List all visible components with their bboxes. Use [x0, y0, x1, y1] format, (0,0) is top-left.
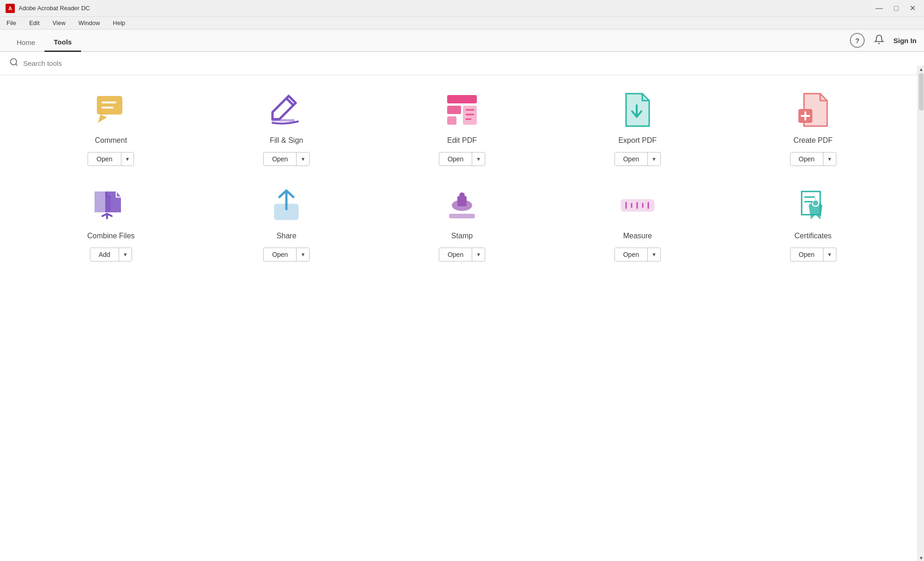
tool-card-share: Share Open ▼ [203, 185, 370, 261]
svg-rect-9 [447, 116, 456, 125]
tool-name: Certificates [795, 232, 832, 240]
tool-dropdown-button[interactable]: ▼ [823, 153, 836, 166]
tool-card-combine-files: Combine Files Add ▼ [28, 185, 194, 261]
tool-open-button[interactable]: Open [791, 248, 823, 261]
svg-line-1 [16, 64, 18, 66]
tool-open-button[interactable]: Open [264, 248, 297, 261]
search-icon [9, 57, 19, 69]
app-title: Adobe Acrobat Reader DC [19, 5, 90, 12]
tool-card-edit-pdf: Edit PDF Open ▼ [379, 89, 545, 166]
search-input[interactable] [23, 59, 915, 67]
menu-view[interactable]: View [50, 19, 68, 27]
tool-icon-certificates [792, 185, 834, 226]
tool-dropdown-button[interactable]: ▼ [297, 153, 309, 166]
tool-dropdown-button[interactable]: ▼ [119, 248, 132, 261]
tool-btn-wrap: Open ▼ [263, 248, 310, 261]
scroll-up-arrow[interactable]: ▲ [918, 66, 924, 72]
tool-icon-edit-pdf [441, 89, 483, 131]
tool-name: Stamp [451, 232, 473, 240]
sign-in-button[interactable]: Sign In [893, 37, 917, 45]
menu-window[interactable]: Window [76, 19, 102, 27]
tool-icon-fill-&-sign [266, 89, 307, 131]
svg-rect-8 [447, 106, 461, 114]
tab-actions: ? Sign In [850, 33, 917, 48]
tool-icon-export-pdf [617, 89, 658, 131]
tool-btn-wrap: Open ▼ [88, 152, 134, 166]
close-button[interactable]: ✕ [907, 3, 918, 13]
tool-btn-wrap: Open ▼ [614, 152, 661, 166]
tools-grid: Comment Open ▼ Fill & Sign Open ▼ [28, 89, 896, 261]
tab-home[interactable]: Home [7, 33, 44, 52]
tool-open-button[interactable]: Open [439, 248, 472, 261]
tool-open-button[interactable]: Open [439, 153, 472, 166]
menu-help[interactable]: Help [110, 19, 128, 27]
help-button[interactable]: ? [850, 33, 865, 48]
tool-name: Share [277, 232, 297, 240]
tool-dropdown-button[interactable]: ▼ [648, 248, 660, 261]
tool-open-button[interactable]: Open [615, 248, 648, 261]
tool-dropdown-button[interactable]: ▼ [472, 153, 485, 166]
svg-rect-7 [447, 95, 477, 103]
tool-name: Edit PDF [447, 136, 477, 145]
tool-dropdown-button[interactable]: ▼ [472, 248, 485, 261]
tool-card-export-pdf: Export PDF Open ▼ [554, 89, 721, 166]
tabs: Home Tools [7, 30, 81, 51]
tool-card-measure: Measure Open ▼ [554, 185, 721, 261]
title-bar: A Adobe Acrobat Reader DC — □ ✕ [0, 0, 924, 17]
tool-icon-stamp [441, 185, 483, 226]
tool-dropdown-button[interactable]: ▼ [648, 153, 660, 166]
tool-btn-wrap: Open ▼ [439, 152, 485, 166]
tool-name: Comment [95, 136, 127, 145]
tool-name: Combine Files [87, 232, 134, 240]
search-bar [0, 52, 924, 75]
adobe-logo: A [6, 4, 15, 13]
tool-open-button[interactable]: Open [791, 153, 823, 166]
tab-bar: Home Tools ? Sign In [0, 30, 924, 52]
menu-edit[interactable]: Edit [26, 19, 42, 27]
scroll-down-arrow[interactable]: ▼ [918, 555, 924, 561]
tool-card-fill-&-sign: Fill & Sign Open ▼ [203, 89, 370, 166]
tool-btn-wrap: Open ▼ [614, 248, 661, 261]
tool-open-button[interactable]: Add [90, 248, 119, 261]
notification-button[interactable] [874, 34, 884, 47]
tool-name: Export PDF [618, 136, 657, 145]
svg-point-0 [11, 59, 17, 65]
tool-name: Fill & Sign [270, 136, 303, 145]
tool-btn-wrap: Open ▼ [790, 152, 836, 166]
tool-btn-wrap: Open ▼ [439, 248, 485, 261]
tool-dropdown-button[interactable]: ▼ [823, 248, 836, 261]
tool-icon-comment [90, 89, 132, 131]
scrollbar-thumb[interactable] [919, 73, 924, 110]
tool-open-button[interactable]: Open [88, 153, 121, 166]
scrollbar[interactable]: ▲ ▼ [918, 66, 924, 561]
tab-tools[interactable]: Tools [44, 32, 81, 52]
maximize-button[interactable]: □ [891, 3, 901, 13]
tool-open-button[interactable]: Open [264, 153, 297, 166]
main-content: Comment Open ▼ Fill & Sign Open ▼ [0, 75, 924, 561]
tool-btn-wrap: Open ▼ [263, 152, 310, 166]
tool-icon-create-pdf [792, 89, 834, 131]
tool-name: Measure [623, 232, 652, 240]
minimize-button[interactable]: — [873, 3, 886, 13]
tool-dropdown-button[interactable]: ▼ [121, 153, 134, 166]
svg-rect-2 [97, 96, 122, 115]
svg-marker-3 [98, 115, 107, 123]
svg-rect-21 [449, 214, 475, 218]
menu-file[interactable]: File [4, 19, 19, 27]
tool-icon-measure [617, 185, 658, 226]
tool-card-certificates: Certificates Open ▼ [730, 185, 896, 261]
tool-dropdown-button[interactable]: ▼ [297, 248, 309, 261]
tool-name: Create PDF [793, 136, 832, 145]
tool-card-comment: Comment Open ▼ [28, 89, 194, 166]
tool-card-stamp: Stamp Open ▼ [379, 185, 545, 261]
tool-open-button[interactable]: Open [615, 153, 648, 166]
menu-bar: File Edit View Window Help [0, 17, 924, 30]
window-controls: — □ ✕ [873, 3, 918, 13]
svg-point-20 [459, 192, 465, 198]
tool-card-create-pdf: Create PDF Open ▼ [730, 89, 896, 166]
tool-btn-wrap: Open ▼ [790, 248, 836, 261]
tool-icon-share [266, 185, 307, 226]
tool-btn-wrap: Add ▼ [90, 248, 132, 261]
tool-icon-combine-files [90, 185, 132, 226]
